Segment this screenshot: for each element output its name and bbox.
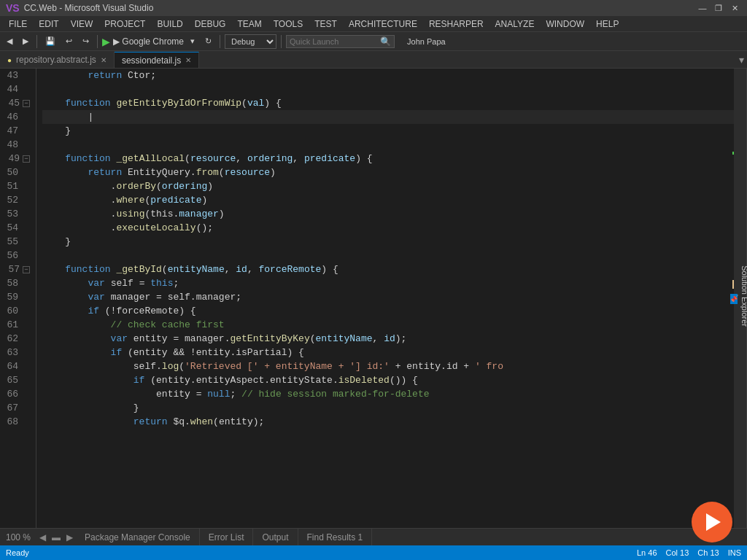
title-bar: VS CC.Web - Microsoft Visual Studio — ❐ …	[0, 0, 747, 16]
window-title: CC.Web - Microsoft Visual Studio	[24, 3, 154, 13]
restore-button[interactable]: ❐	[712, 1, 725, 15]
bottom-tab-output[interactable]: Output	[253, 529, 298, 545]
zoom-scroll[interactable]: ▬	[49, 532, 63, 542]
refresh-btn[interactable]: ↻	[201, 35, 215, 47]
tb-redo-btn[interactable]: ↪	[79, 35, 93, 47]
insert-mode: INS	[728, 548, 741, 557]
collapse-45[interactable]: −	[23, 100, 30, 107]
menu-team[interactable]: TEAM	[231, 18, 267, 31]
tb-save-btn[interactable]: 💾	[42, 35, 59, 47]
tab-repository-abstract[interactable]: ● repository.abstract.js ✕	[0, 52, 115, 68]
zoom-in-btn[interactable]: ▶	[63, 532, 76, 542]
code-line-53: .using(this.manager)	[42, 207, 737, 221]
line-67: 67	[0, 401, 36, 415]
line-65: 65	[0, 373, 36, 387]
menu-edit[interactable]: EDIT	[33, 18, 64, 31]
line-50: 50	[0, 166, 36, 179]
line-55: 55	[0, 235, 36, 249]
tb-sep1	[36, 35, 37, 48]
code-line-58: var self = this;	[42, 276, 737, 290]
tab-close-sessiondetail[interactable]: ✕	[185, 56, 191, 64]
code-line-54: .executeLocally();	[42, 221, 737, 235]
close-button[interactable]: ✕	[728, 1, 741, 15]
menu-file[interactable]: FILE	[3, 18, 33, 31]
line-63: 63	[0, 346, 36, 359]
code-line-45: function getEntityByIdOrFromWip(val) {	[42, 96, 737, 110]
code-line-57: function _getById(entityName, id, forceR…	[42, 262, 737, 276]
menu-tools[interactable]: TOOLS	[268, 18, 309, 31]
code-line-48	[42, 138, 737, 152]
tabs-bar: ● repository.abstract.js ✕ sessiondetail…	[0, 51, 747, 69]
ch-info: Ch 13	[697, 548, 719, 557]
code-line-44	[42, 82, 737, 96]
menu-test[interactable]: TEST	[309, 18, 343, 31]
minimize-button[interactable]: —	[696, 1, 709, 15]
line-60: 60	[0, 304, 36, 318]
menu-architecture[interactable]: ARCHITECTURE	[343, 18, 423, 31]
debug-config-dropdown[interactable]: Debug Release	[225, 34, 276, 49]
code-line-49: function _getAllLocal(resource, ordering…	[42, 152, 737, 166]
pin-icon[interactable]: 📌	[731, 294, 738, 304]
code-line-60: if (!forceRemote) {	[42, 304, 737, 318]
line-58: 58	[0, 276, 36, 290]
collapse-57[interactable]: −	[23, 266, 30, 273]
pluralsight-play-icon	[706, 513, 721, 531]
menu-project[interactable]: PROJECT	[98, 18, 151, 31]
code-line-67: }	[42, 401, 737, 415]
menu-build[interactable]: BUILD	[151, 18, 188, 31]
quick-launch-box[interactable]: 🔍	[286, 35, 395, 48]
user-account-btn[interactable]: John Papa	[403, 36, 449, 47]
zoom-out-btn[interactable]: ◀	[36, 532, 49, 542]
line-62: 62	[0, 332, 36, 346]
line-68: 68	[0, 415, 36, 429]
quick-launch-input[interactable]	[290, 37, 377, 46]
menu-window[interactable]: WINDOW	[540, 18, 590, 31]
zoom-level[interactable]: 100 %	[0, 530, 36, 545]
editor-area: 43 44 45− 46 47 48 49− 50 51 52 53 54 55…	[0, 69, 747, 528]
solution-explorer-label[interactable]: Solution Explorer	[741, 265, 748, 327]
code-line-64: self.log('Retrieved [' + entityName + ']…	[42, 359, 737, 373]
code-line-68: return $q.when(entity);	[42, 415, 737, 429]
tb-sep3	[220, 35, 220, 48]
run-icon: ▶	[102, 36, 110, 47]
tab-sessiondetail[interactable]: sessiondetail.js ✕	[115, 52, 199, 68]
window-controls[interactable]: — ❐ ✕	[696, 1, 741, 15]
pluralsight-button[interactable]	[692, 502, 732, 542]
tb-sep2	[97, 35, 98, 48]
line-43: 43	[0, 69, 36, 82]
menu-resharper[interactable]: RESHARPER	[423, 18, 489, 31]
line-48: 48	[0, 138, 36, 152]
run-target-label: ▶ Google Chrome	[113, 36, 184, 47]
line-59: 59	[0, 290, 36, 304]
menu-help[interactable]: HELP	[590, 18, 624, 31]
menu-analyze[interactable]: ANALYZE	[489, 18, 541, 31]
line-51: 51	[0, 179, 36, 193]
bottom-tab-error-list[interactable]: Error List	[200, 529, 254, 545]
run-dropdown-btn[interactable]: ▾	[187, 35, 198, 47]
tabs-scroll-button[interactable]: ▾	[736, 52, 747, 68]
run-button[interactable]: ▶ ▶ Google Chrome	[102, 36, 184, 47]
code-editor[interactable]: return Ctor; function getEntityByIdOrFro…	[36, 69, 737, 528]
bottom-panel: 100 % ◀ ▬ ▶ Package Manager Console Erro…	[0, 528, 747, 545]
menu-debug[interactable]: DEBUG	[189, 18, 232, 31]
code-line-59: var manager = self.manager;	[42, 290, 737, 304]
menu-view[interactable]: VIEW	[65, 18, 99, 31]
col-info: Col 13	[666, 548, 689, 557]
line-info: Ln 46	[637, 548, 657, 557]
collapse-49[interactable]: −	[23, 155, 30, 163]
line-numbers: 43 44 45− 46 47 48 49− 50 51 52 53 54 55…	[0, 69, 36, 528]
code-line-46: |	[42, 110, 737, 124]
code-line-43: return Ctor;	[42, 69, 737, 82]
tb-forward-btn[interactable]: ▶	[19, 35, 32, 47]
user-label: John Papa	[407, 37, 446, 46]
tb-undo-btn[interactable]: ↩	[62, 35, 76, 47]
status-right: Ln 46 Col 13 Ch 13 INS	[637, 548, 741, 557]
code-line-65: if (entity.entityAspect.entityState.isDe…	[42, 373, 737, 387]
tb-back-btn[interactable]: ◀	[3, 35, 16, 47]
bottom-tab-find-results[interactable]: Find Results 1	[298, 529, 373, 545]
solution-explorer-tab[interactable]: 📌 Solution Explorer	[734, 69, 747, 528]
tab-close-repository[interactable]: ✕	[101, 56, 107, 64]
bottom-tab-package-manager[interactable]: Package Manager Console	[76, 529, 200, 545]
tab-modified-indicator: ●	[7, 56, 12, 64]
tb-sep4	[281, 35, 282, 48]
